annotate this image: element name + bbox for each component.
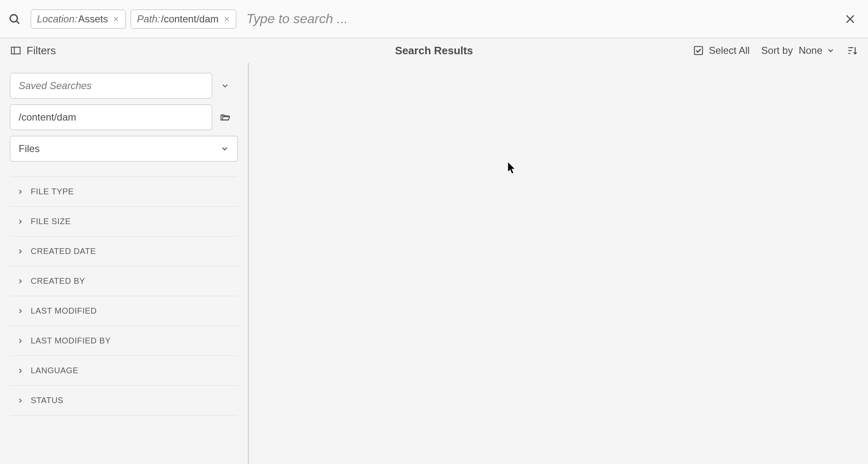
path-input[interactable] [10,104,212,130]
filter-tag-value: /content/dam [161,13,218,25]
chevron-right-icon [17,307,24,315]
saved-searches-dropdown-button[interactable] [212,73,238,99]
close-search-icon[interactable] [841,10,860,29]
select-all-label: Select All [709,45,750,56]
search-input[interactable] [241,8,841,30]
sort-by-label: Sort by [761,45,793,56]
chevron-right-icon [17,337,24,345]
filter-section-created-date[interactable]: CREATED DATE [10,236,238,266]
results-area [249,63,868,464]
filter-section-status[interactable]: STATUS [10,385,238,416]
filter-section-file-type[interactable]: FILE TYPE [10,176,238,206]
search-icon [8,13,21,25]
svg-line-1 [17,21,19,24]
chevron-right-icon [17,188,24,196]
svg-rect-10 [694,46,703,55]
filter-section-label: LAST MODIFIED BY [31,336,111,346]
filter-section-language[interactable]: LANGUAGE [10,355,238,385]
filter-tag-path[interactable]: Path: /content/dam [131,10,236,29]
rail-left-icon [10,45,22,56]
filter-tag-value: Assets [78,13,108,25]
checkbox-icon [693,45,704,56]
filter-section-label: LAST MODIFIED [31,306,97,316]
filter-section-label: CREATED BY [31,276,85,286]
cursor-icon [508,162,516,174]
filter-section-label: STATUS [31,396,63,405]
path-browse-button[interactable] [212,104,238,130]
asset-type-select[interactable]: Files [10,136,238,162]
close-icon[interactable] [113,16,119,22]
filter-section-last-modified[interactable]: LAST MODIFIED [10,296,238,326]
filter-panel: Files FILE TYPEFILE SIZECREATED DATECREA… [0,63,249,464]
chevron-down-icon [827,46,835,55]
sort-dropdown[interactable]: None [799,45,835,56]
chevron-right-icon [17,367,24,375]
svg-rect-8 [12,47,20,54]
sort-value: None [799,45,822,56]
filter-section-label: LANGUAGE [31,366,78,375]
svg-point-0 [10,15,17,22]
chevron-right-icon [17,397,24,404]
chevron-down-icon [221,81,230,90]
chevron-right-icon [17,218,24,225]
sort-direction-icon[interactable] [846,45,858,56]
folder-open-icon [220,112,230,123]
toolbar: Filters Search Results Select All Sort b… [0,38,868,63]
filter-section-label: CREATED DATE [31,247,96,256]
close-icon[interactable] [223,16,230,22]
select-all-button[interactable]: Select All [693,45,750,56]
filter-section-label: FILE TYPE [31,187,74,196]
asset-type-value: Files [19,143,40,155]
filter-section-created-by[interactable]: CREATED BY [10,266,238,296]
chevron-down-icon [220,144,229,153]
filters-label: Filters [27,44,56,57]
filter-section-label: FILE SIZE [31,217,71,226]
filters-toggle-button[interactable]: Filters [10,44,56,57]
filter-tag-label: Location: [37,13,77,25]
filter-section-file-size[interactable]: FILE SIZE [10,206,238,236]
filter-tag-location[interactable]: Location: Assets [31,10,126,29]
search-bar: Location: Assets Path: /content/dam [0,0,868,38]
chevron-right-icon [17,278,24,285]
saved-searches-input[interactable] [10,73,212,99]
filter-section-last-modified-by[interactable]: LAST MODIFIED BY [10,326,238,355]
sort-group: Sort by None [761,45,835,56]
search-results-title: Search Results [395,44,473,57]
filter-tag-label: Path: [137,13,160,25]
chevron-right-icon [17,248,24,255]
